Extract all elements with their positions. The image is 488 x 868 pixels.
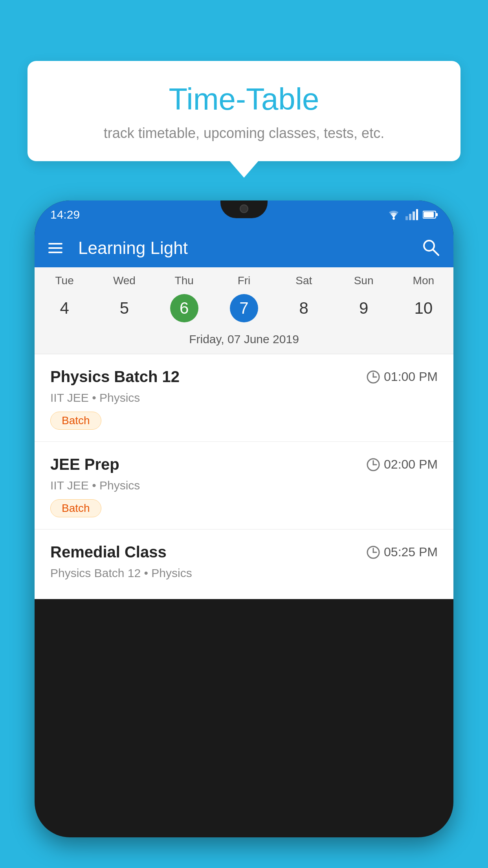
camera: [240, 204, 248, 213]
day-number[interactable]: 9: [334, 294, 393, 322]
notch: [220, 200, 268, 218]
day-label: Fri: [214, 274, 274, 287]
signal-icon: [405, 209, 418, 220]
svg-point-0: [393, 217, 395, 220]
clock-icon: [367, 546, 380, 559]
schedule-item[interactable]: JEE Prep 02:00 PMIIT JEE • PhysicsBatch: [35, 442, 453, 530]
svg-rect-2: [409, 214, 411, 220]
schedule-item-time: 02:00 PM: [367, 457, 438, 472]
svg-rect-1: [405, 216, 408, 220]
svg-line-9: [433, 250, 438, 255]
day-number[interactable]: 5: [94, 294, 154, 322]
phone-wrapper: 14:29: [35, 200, 453, 868]
wifi-icon: [387, 209, 401, 220]
day-number[interactable]: 8: [274, 294, 334, 322]
calendar-section: TueWedThuFriSatSunMon 45678910 Friday, 0…: [35, 267, 453, 354]
app-title: Learning Light: [78, 238, 410, 258]
day-number[interactable]: 10: [394, 294, 453, 322]
schedule-item-time: 01:00 PM: [367, 370, 438, 384]
day-numbers-row: 45678910: [35, 290, 453, 329]
svg-rect-7: [436, 213, 438, 216]
battery-icon: [423, 210, 438, 219]
svg-rect-4: [416, 209, 418, 220]
day-label: Sun: [334, 274, 393, 287]
schedule-item[interactable]: Remedial Class 05:25 PMPhysics Batch 12 …: [35, 530, 453, 599]
clock-icon: [367, 458, 380, 471]
status-bar: 14:29: [35, 200, 453, 229]
tooltip-card: Time-Table track timetable, upcoming cla…: [28, 61, 460, 161]
day-label: Sat: [274, 274, 334, 287]
batch-badge: Batch: [50, 499, 101, 517]
day-label: Tue: [35, 274, 94, 287]
app-bar: Learning Light: [35, 229, 453, 267]
clock-icon: [367, 370, 380, 384]
hamburger-menu-button[interactable]: [48, 243, 62, 253]
day-number[interactable]: 7: [230, 294, 258, 322]
schedule-list: Physics Batch 12 01:00 PMIIT JEE • Physi…: [35, 354, 453, 599]
day-label: Thu: [154, 274, 214, 287]
schedule-item-title: JEE Prep: [50, 456, 119, 473]
day-number[interactable]: 6: [170, 294, 198, 322]
schedule-item[interactable]: Physics Batch 12 01:00 PMIIT JEE • Physi…: [35, 354, 453, 442]
search-button[interactable]: [422, 238, 440, 258]
day-label: Mon: [394, 274, 453, 287]
schedule-item-subtitle: Physics Batch 12 • Physics: [50, 566, 438, 580]
schedule-item-title: Physics Batch 12: [50, 368, 180, 386]
search-icon: [422, 238, 440, 256]
day-labels-row: TueWedThuFriSatSunMon: [35, 267, 453, 290]
tooltip-title: Time-Table: [51, 83, 437, 116]
svg-rect-6: [424, 212, 434, 217]
schedule-item-title: Remedial Class: [50, 543, 167, 561]
batch-badge: Batch: [50, 412, 101, 430]
schedule-item-time: 05:25 PM: [367, 545, 438, 559]
status-icons: [387, 209, 438, 220]
phone-frame: 14:29: [35, 200, 453, 837]
status-time: 14:29: [50, 208, 80, 221]
schedule-item-subtitle: IIT JEE • Physics: [50, 391, 438, 405]
day-number[interactable]: 4: [35, 294, 94, 322]
tooltip-subtitle: track timetable, upcoming classes, tests…: [51, 125, 437, 142]
day-label: Wed: [94, 274, 154, 287]
schedule-item-subtitle: IIT JEE • Physics: [50, 479, 438, 492]
selected-date-label: Friday, 07 June 2019: [35, 329, 453, 354]
svg-rect-3: [413, 211, 415, 220]
